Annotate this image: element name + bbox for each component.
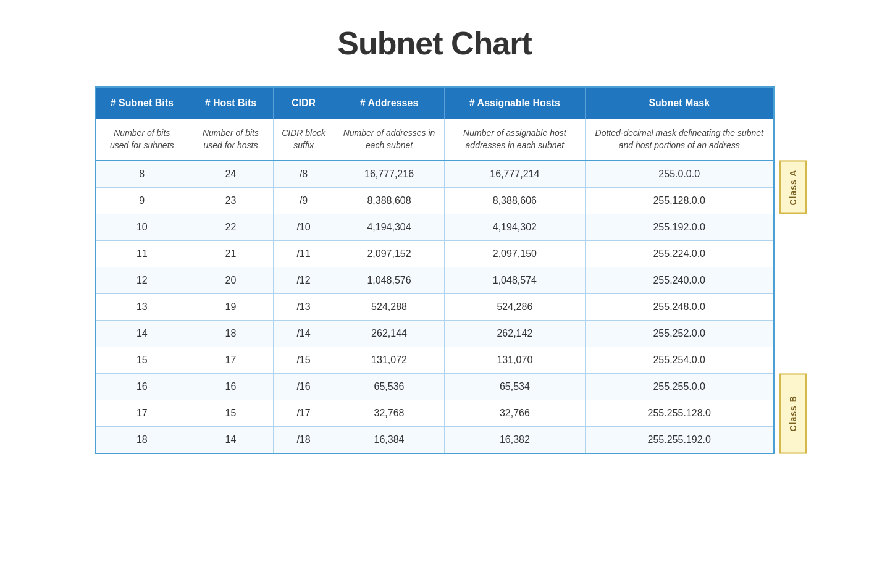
cell-3-3: 2,097,152 [334,241,444,267]
cell-2-1: 22 [188,214,274,241]
subnet-mask-cell-3: 255.224.0.0 [585,241,773,267]
cell-8-0: 16 [96,374,188,400]
table-row: 824/816,777,21616,777,214255.0.0.0 [96,161,774,188]
bold-octet: 254 [673,355,689,365]
subnet-mask-cell-6: 255.252.0.0 [585,321,773,347]
cell-0-1: 24 [188,161,274,188]
cell-1-4: 8,388,606 [444,188,585,214]
table-row: 923/98,388,6088,388,606255.128.0.0 [96,188,774,214]
bold-octet: 192 [673,222,689,232]
bold-octet: 255 [658,169,675,179]
table-row: 1616/1665,53665,534255.255.0.0 [96,374,774,400]
header-cell-5: Subnet Mask [585,87,773,119]
cell-9-4: 32,766 [444,400,585,427]
table-wrapper: # Subnet Bits# Host BitsCIDR# Addresses#… [95,86,775,454]
cell-4-3: 1,048,576 [334,267,444,294]
cell-0-0: 8 [96,161,188,188]
subheader-cell-4: Number of assignable host addresses in e… [444,119,585,161]
cell-2-0: 10 [96,214,188,241]
bold-octet: 240 [673,275,689,285]
subnet-mask-cell-9: 255.255.128.0 [585,400,773,427]
cell-10-0: 18 [96,427,188,454]
subnet-mask-cell-0: 255.0.0.0 [585,161,773,188]
header-cell-1: # Host Bits [188,87,274,119]
cell-5-4: 524,286 [444,294,585,321]
cell-5-0: 13 [96,294,188,321]
bold-octet: 255 [673,381,689,392]
subnet-mask-cell-5: 255.248.0.0 [585,294,773,321]
cell-9-1: 15 [188,400,274,427]
subnet-chart-table: # Subnet Bits# Host BitsCIDR# Addresses#… [95,86,775,454]
cell-1-2: /9 [273,188,334,214]
table-row: 1517/15131,072131,070255.254.0.0 [96,347,774,374]
cell-6-0: 14 [96,321,188,347]
cell-7-3: 131,072 [334,347,444,374]
subheader-cell-3: Number of addresses in each subnet [334,119,444,161]
cell-6-2: /14 [273,321,334,347]
header-cell-0: # Subnet Bits [96,87,188,119]
cell-8-1: 16 [188,374,274,400]
cell-7-4: 131,070 [444,347,585,374]
cell-10-3: 16,384 [334,427,444,454]
bold-octet: 128 [686,408,703,418]
subheader-cell-1: Number of bits used for hosts [188,119,274,161]
table-row: 1715/1732,76832,766255.255.128.0 [96,400,774,427]
bold-octet: 192 [686,434,703,445]
cell-5-2: /13 [273,294,334,321]
subnet-mask-cell-10: 255.255.192.0 [585,427,773,454]
cell-10-2: /18 [273,427,334,454]
cell-10-4: 16,382 [444,427,585,454]
cell-8-2: /16 [273,374,334,400]
subheader-cell-5: Dotted-decimal mask delineating the subn… [585,119,773,161]
table-row: 1121/112,097,1522,097,150255.224.0.0 [96,241,774,267]
cell-3-4: 2,097,150 [444,241,585,267]
bold-octet: 224 [673,248,689,259]
cell-2-3: 4,194,304 [334,214,444,241]
cell-9-2: /17 [273,400,334,427]
subnet-mask-cell-4: 255.240.0.0 [585,267,773,294]
table-row: 1022/104,194,3044,194,302255.192.0.0 [96,214,774,241]
cell-9-0: 17 [96,400,188,427]
cell-0-4: 16,777,214 [444,161,585,188]
subnet-mask-cell-7: 255.254.0.0 [585,347,773,374]
cell-2-2: /10 [273,214,334,241]
bold-octet: 252 [673,328,689,338]
cell-4-4: 1,048,574 [444,267,585,294]
cell-5-3: 524,288 [334,294,444,321]
class-label-class-a: Class A [779,161,807,214]
cell-7-0: 15 [96,347,188,374]
bold-octet: 128 [673,195,689,206]
page-title: Subnet Chart [95,25,775,62]
table-row: 1418/14262,144262,142255.252.0.0 [96,321,774,347]
subheader-cell-2: CIDR block suffix [273,119,334,161]
cell-1-1: 23 [188,188,274,214]
cell-3-2: /11 [273,241,334,267]
cell-4-0: 12 [96,267,188,294]
header-cell-3: # Addresses [334,87,444,119]
cell-4-2: /12 [273,267,334,294]
cell-9-3: 32,768 [334,400,444,427]
cell-8-3: 65,536 [334,374,444,400]
cell-6-1: 18 [188,321,274,347]
header-cell-2: CIDR [273,87,334,119]
cell-4-1: 20 [188,267,274,294]
subnet-mask-cell-2: 255.192.0.0 [585,214,773,241]
cell-1-0: 9 [96,188,188,214]
table-row: 1319/13524,288524,286255.248.0.0 [96,294,774,321]
cell-7-1: 17 [188,347,274,374]
cell-1-3: 8,388,608 [334,188,444,214]
cell-3-0: 11 [96,241,188,267]
cell-7-2: /15 [273,347,334,374]
header-cell-4: # Assignable Hosts [444,87,585,119]
cell-5-1: 19 [188,294,274,321]
subheader-row: Number of bits used for subnetsNumber of… [96,119,774,161]
cell-3-1: 21 [188,241,274,267]
table-row: 1220/121,048,5761,048,574255.240.0.0 [96,267,774,294]
cell-2-4: 4,194,302 [444,214,585,241]
subnet-mask-cell-1: 255.128.0.0 [585,188,773,214]
cell-6-3: 262,144 [334,321,444,347]
cell-0-2: /8 [273,161,334,188]
class-label-class-b: Class B [779,374,807,454]
header-row: # Subnet Bits# Host BitsCIDR# Addresses#… [96,87,774,119]
cell-0-3: 16,777,216 [334,161,444,188]
